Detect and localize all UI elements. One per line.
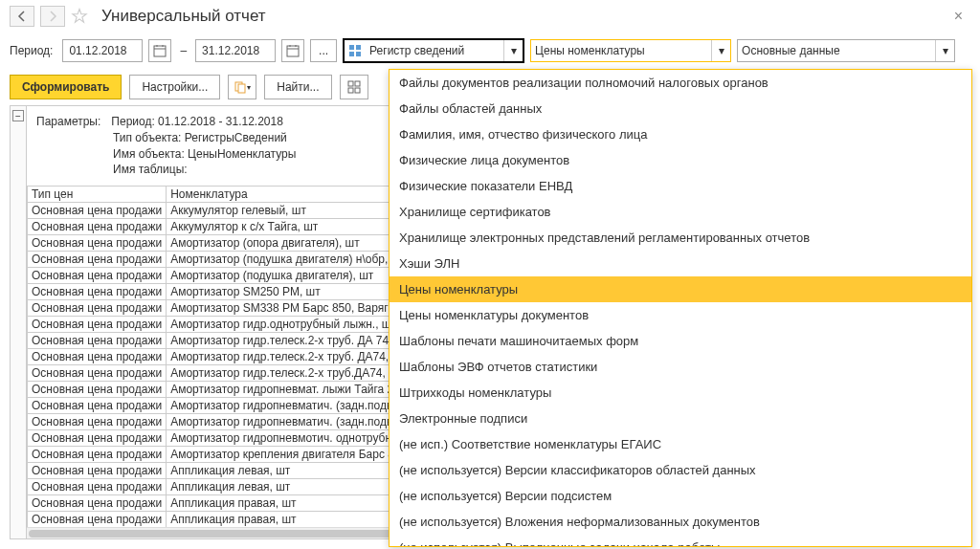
dropdown-item[interactable]: Цены номенклатуры документов xyxy=(390,302,971,328)
cell-price-type: Основная цена продажи xyxy=(28,495,167,512)
cell-price-type: Основная цена продажи xyxy=(28,317,167,333)
calendar-to-button[interactable] xyxy=(281,39,304,62)
dropdown-item[interactable]: (не используется) Версии классификаторов… xyxy=(390,457,971,483)
settings-button[interactable]: Настройки... xyxy=(129,75,220,99)
header-bar: Универсальный отчет × xyxy=(0,0,980,33)
svg-rect-17 xyxy=(355,88,360,93)
object-name-combo[interactable]: Цены номенклатуры ▾ xyxy=(530,39,731,62)
cell-price-type: Основная цена продажи xyxy=(28,398,167,414)
period-label: Период: xyxy=(10,44,53,57)
cell-price-type: Основная цена продажи xyxy=(28,219,167,235)
svg-rect-15 xyxy=(355,81,360,86)
dropdown-item[interactable]: Хранилище электронных представлений регл… xyxy=(390,225,971,251)
tree-collapse-button[interactable]: − xyxy=(12,110,24,121)
dropdown-item[interactable]: Электронные подписи xyxy=(390,406,971,431)
copy-icon xyxy=(234,80,247,94)
cell-price-type: Основная цена продажи xyxy=(28,414,167,430)
cell-price-type: Основная цена продажи xyxy=(28,512,167,528)
period-toolbar: Период: 01.12.2018 – 31.12.2018 ... Реги… xyxy=(0,33,980,69)
cell-price-type: Основная цена продажи xyxy=(28,252,167,268)
dropdown-item[interactable]: Штрихкоды номенклатуры xyxy=(390,380,971,406)
combo-text: Цены номенклатуры xyxy=(531,44,711,57)
dropdown-item[interactable]: Цены номенклатуры xyxy=(390,276,971,302)
star-icon[interactable] xyxy=(71,8,88,25)
nav-forward-button[interactable] xyxy=(40,6,65,27)
close-button[interactable]: × xyxy=(947,8,970,25)
object-type-combo[interactable]: Регистр сведений ▾ xyxy=(343,38,524,63)
table-name-combo[interactable]: Основные данные ▾ xyxy=(737,39,955,62)
cell-price-type: Основная цена продажи xyxy=(28,463,167,479)
calendar-icon xyxy=(286,44,300,57)
cell-price-type: Основная цена продажи xyxy=(28,430,167,447)
find-button[interactable]: Найти... xyxy=(264,75,331,99)
tree-column: − xyxy=(10,105,27,539)
dropdown-item[interactable]: Физические показатели ЕНВД xyxy=(390,173,971,199)
dropdown-item[interactable]: (не используется) Версии подсистем xyxy=(390,483,971,509)
cell-price-type: Основная цена продажи xyxy=(28,382,167,398)
svg-rect-14 xyxy=(348,81,353,86)
period-picker-button[interactable]: ... xyxy=(310,39,337,62)
page-title: Универсальный отчет xyxy=(101,7,266,26)
dropdown-item[interactable]: Физические лица документов xyxy=(390,147,971,173)
cell-price-type: Основная цена продажи xyxy=(28,235,167,252)
svg-rect-10 xyxy=(349,52,354,56)
dropdown-item[interactable]: Файлы документов реализации полномочий н… xyxy=(390,70,971,96)
date-separator: – xyxy=(180,44,187,57)
svg-rect-9 xyxy=(356,45,361,50)
arrow-left-icon xyxy=(16,11,28,22)
generate-button[interactable]: Сформировать xyxy=(10,75,122,99)
cell-price-type: Основная цена продажи xyxy=(28,349,167,365)
params-period: Период: 01.12.2018 - 31.12.2018 xyxy=(111,115,283,128)
dropdown-item[interactable]: Файлы областей данных xyxy=(390,96,971,121)
date-from-input[interactable]: 01.12.2018 xyxy=(62,39,143,62)
svg-rect-8 xyxy=(349,45,354,50)
dropdown-item[interactable]: (не используется) Выполненные задачи нач… xyxy=(390,535,971,547)
svg-rect-4 xyxy=(287,46,299,56)
dropdown-item[interactable]: Фамилия, имя, отчество физического лица xyxy=(390,121,971,147)
expand-icon xyxy=(347,80,361,94)
cell-price-type: Основная цена продажи xyxy=(28,300,167,317)
dropdown-item[interactable]: (не исп.) Соответствие номенклатуры ЕГАИ… xyxy=(390,431,971,457)
cell-price-type: Основная цена продажи xyxy=(28,268,167,284)
cell-price-type: Основная цена продажи xyxy=(28,447,167,463)
chevron-down-icon[interactable]: ▾ xyxy=(503,40,523,61)
combo-text: Регистр сведений xyxy=(366,44,503,57)
arrow-right-icon xyxy=(47,11,58,22)
params-header: Параметры: xyxy=(36,114,108,130)
dropdown-item[interactable]: Хэши ЭЛН xyxy=(390,251,971,276)
calendar-from-button[interactable] xyxy=(148,39,171,62)
calendar-icon xyxy=(153,44,167,57)
expand-groups-button[interactable] xyxy=(340,75,368,99)
cell-price-type: Основная цена продажи xyxy=(28,479,167,495)
dropdown-item[interactable]: Хранилище сертификатов xyxy=(390,199,971,225)
svg-rect-0 xyxy=(154,46,166,56)
svg-rect-13 xyxy=(238,84,245,93)
cell-price-type: Основная цена продажи xyxy=(28,203,167,219)
svg-rect-11 xyxy=(356,52,361,56)
dropdown-panel: Файлы документов реализации полномочий н… xyxy=(389,69,972,547)
combo-text: Основные данные xyxy=(738,44,935,57)
nav-back-button[interactable] xyxy=(10,6,34,27)
cell-price-type: Основная цена продажи xyxy=(28,284,167,300)
dropdown-item[interactable]: Шаблоны ЭВФ отчетов статистики xyxy=(390,354,971,380)
chevron-down-icon[interactable]: ▾ xyxy=(711,40,730,61)
scroll-thumb[interactable] xyxy=(29,530,392,538)
register-icon xyxy=(348,44,362,57)
cell-price-type: Основная цена продажи xyxy=(28,365,167,382)
dropdown-item[interactable]: (не используется) Вложения неформализова… xyxy=(390,509,971,535)
dropdown-item[interactable]: Шаблоны печати машиночитаемых форм xyxy=(390,328,971,354)
cell-price-type: Основная цена продажи xyxy=(28,333,167,349)
column-header-type: Тип цен xyxy=(28,187,167,203)
chevron-down-icon[interactable]: ▾ xyxy=(935,40,954,61)
svg-rect-16 xyxy=(348,88,353,93)
variants-button[interactable]: ▾ xyxy=(228,75,256,99)
date-to-input[interactable]: 31.12.2018 xyxy=(195,39,276,62)
